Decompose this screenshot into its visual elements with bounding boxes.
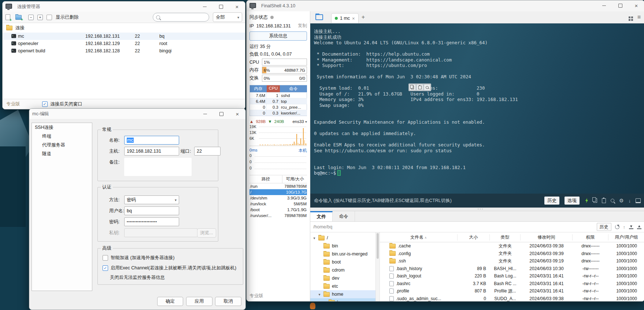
ok-button[interactable]: 确定 [157,297,183,306]
layout-grid-icon[interactable] [629,16,630,18]
auth-method-select[interactable]: 密码 [124,195,179,204]
search-icon[interactable] [424,84,430,90]
settings-nav-item[interactable]: 隧道 [32,149,92,158]
refresh-icon[interactable] [615,225,619,229]
file-column-header-3[interactable]: 修改时间 [521,234,573,240]
new-folder-icon[interactable] [15,15,22,20]
tab-1-mc[interactable]: 1 mc × [331,13,359,23]
process-header-1[interactable]: CPU [267,85,280,92]
exec-channel-checkbox[interactable] [103,265,108,271]
dialog-titlebar[interactable]: mc-编辑 [29,109,245,119]
tab-files[interactable]: 文件 [310,211,333,221]
search-input[interactable] [153,13,209,22]
connection-row[interactable]: mc192.168.182.13122bq [3,33,245,40]
disk-row[interactable]: /run/user/...789M/789M [249,213,307,219]
collapse-all-icon[interactable] [28,15,34,20]
interface-select[interactable]: ens33 [292,119,307,124]
cancel-button[interactable]: 取消 [215,297,241,306]
file-row[interactable]: .bashrc3.7 KBBash RC ...2024/03/31 16:41… [380,280,644,288]
close-button[interactable] [628,0,644,11]
file-column-header-4[interactable]: 权限 [573,234,608,240]
search-icon[interactable] [611,199,614,202]
disk-row[interactable]: /run/lock5M/5M [249,201,307,207]
show-deleted-checkbox[interactable] [47,15,52,20]
tree-item-boot[interactable]: boot [310,258,375,266]
tree-item-bin-usr-is-merged[interactable]: bin.usr-is-merged [310,250,375,258]
gear-icon[interactable] [619,197,624,204]
ping-target[interactable]: 本机 [299,148,307,153]
path-input[interactable]: /home/bq [313,224,332,229]
tree-item-bq[interactable]: bq [310,298,375,301]
memo-field[interactable] [124,158,192,176]
file-row[interactable]: .bash_history89 BBASH_HI...2024/06/03 10… [380,265,644,273]
tree-item--[interactable]: / [310,234,375,242]
main-titlebar[interactable]: FinalShell 4.3.10 [247,0,644,11]
options-button[interactable]: 选项 [565,197,580,205]
quick-command-icon[interactable] [585,198,589,203]
file-row[interactable]: .cache文件夹2024/06/03 09:38drwx------1000/… [380,242,644,250]
tree-item-bin[interactable]: bin [310,242,375,250]
disk-row[interactable]: /10G/13.7G [249,189,307,195]
disk-header-1[interactable]: 可用/大小 [282,175,307,183]
settings-nav-item[interactable]: 代理服务器 [32,141,92,149]
close-button[interactable] [229,109,245,119]
copy-icon[interactable] [593,198,597,203]
minimize-button[interactable] [596,0,612,11]
disk-row[interactable]: /run788M/789M [249,183,307,189]
maximize-button[interactable] [213,1,229,12]
panel-splitter[interactable] [310,208,644,211]
apply-button[interactable]: 应用 [186,297,212,306]
disk-row[interactable]: /dev/shm3.9G/3.9G [249,195,307,201]
close-after-connect-checkbox[interactable] [42,101,48,107]
open-folder-icon[interactable] [315,14,323,20]
tree-item-home[interactable]: home [310,290,375,298]
new-connection-icon[interactable] [5,14,10,20]
history-button[interactable]: 历史 [544,197,559,205]
maximize-button[interactable] [612,0,628,11]
terminal[interactable]: 连接主机... 连接主机成功 Welcome to Ubuntu 24.04 L… [310,23,644,194]
process-table[interactable]: 内存CPU命令7.6M1sshd6.4M0.7top00.3rcu_pree..… [249,85,307,116]
username-field[interactable]: bq [124,206,179,215]
name-field[interactable]: mc [124,136,179,145]
process-row[interactable]: 7.6M1sshd [250,92,307,98]
settings-nav-item[interactable]: SSH连接 [32,123,92,132]
file-column-header-2[interactable]: 类型 [490,234,521,240]
upload-file-icon[interactable] [637,225,641,229]
disk-header-0[interactable]: 路径 [249,175,282,183]
tree-item-cdrom[interactable]: cdrom [310,266,375,274]
close-button[interactable] [229,1,245,12]
paste-icon[interactable] [602,198,606,203]
fullscreen-icon[interactable] [636,198,641,203]
copy-ip-link[interactable]: 复制 [298,23,307,29]
file-row[interactable]: .bash_logout220 BBash Log...2024/03/31 1… [380,272,644,280]
expand-all-icon[interactable] [37,15,43,20]
tree-root-folder[interactable]: 连接 [3,23,245,33]
connection-row[interactable]: openeuler192.168.182.12922root [3,40,245,47]
command-input-placeholder[interactable]: 命令输入 (按ALT键提示历史,TAB键路径,ESC键返回,双击CTRL切换) [314,198,452,204]
file-row[interactable]: .profile807 BProfile 源...2024/03/31 16:4… [380,287,644,295]
settings-nav-item[interactable]: 终端 [32,132,92,141]
process-row[interactable]: 6.4M0.7top [250,98,307,104]
host-field[interactable]: 192.168.182.131 [124,147,179,156]
file-column-header-1[interactable]: 大小 [458,234,490,240]
process-header-0[interactable]: 内存 [250,85,267,92]
tree-item-etc[interactable]: etc [310,282,375,290]
filter-select[interactable]: 全部 [213,12,242,22]
port-field[interactable]: 22 [194,147,221,156]
process-row[interactable]: 00.3kworker/... [250,110,307,116]
download-file-icon[interactable] [629,225,633,229]
process-header-2[interactable]: 命令 [280,85,307,92]
file-row[interactable]: .sudo_as_admin_suc...0SUDO_A...2024/06/0… [380,295,644,302]
tab-commands[interactable]: 命令 [333,211,355,221]
menu-icon[interactable] [637,14,641,20]
parent-dir-icon[interactable] [623,224,626,230]
path-history-button[interactable]: 历史 [597,223,611,231]
password-field[interactable]: •••••••••••••••••••• [124,217,179,226]
process-row[interactable]: 00.3rcu_pree... [250,104,307,110]
file-row[interactable]: .config文件夹2024/06/03 09:39drwx------1000… [380,250,644,258]
maximize-button[interactable] [213,109,229,119]
copy-icon[interactable] [409,84,416,90]
disk-table[interactable]: 路径可用/大小/run788M/789M/10G/13.7G/dev/shm3.… [249,175,307,219]
minimize-button[interactable] [197,109,213,119]
tab-close-icon[interactable]: × [352,16,355,21]
